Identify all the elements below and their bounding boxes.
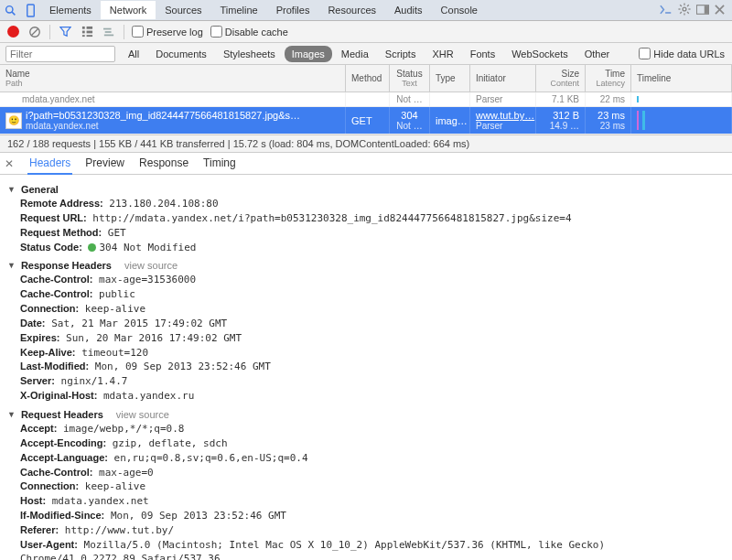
response-headers-section-header[interactable]: ▼Response Headersview source <box>7 260 725 271</box>
header-row: Last-Modified: Mon, 09 Sep 2013 23:52:46… <box>20 360 725 374</box>
request-detail-tabs: ✕ HeadersPreviewResponseTiming <box>0 153 732 175</box>
main-tab-audits[interactable]: Audits <box>385 1 432 19</box>
col-size[interactable]: SizeContent <box>536 65 586 92</box>
filter-xhr[interactable]: XHR <box>425 46 460 62</box>
header-row: Cache-Control: max-age=0 <box>20 466 725 480</box>
header-row: Server: nginx/1.4.7 <box>20 374 725 389</box>
devtools-main-tabs: ElementsNetworkSourcesTimelineProfilesRe… <box>0 0 732 21</box>
record-button[interactable] <box>5 25 20 39</box>
general-section-header[interactable]: ▼General <box>7 184 725 195</box>
console-drawer-icon[interactable] <box>660 5 673 16</box>
filter-bar: AllDocumentsStylesheetsImagesMediaScript… <box>0 43 732 65</box>
filter-all[interactable]: All <box>121 46 146 62</box>
preserve-log-checkbox[interactable]: Preserve log <box>132 26 203 38</box>
filter-websockets[interactable]: WebSockets <box>504 46 576 62</box>
disable-cache-checkbox[interactable]: Disable cache <box>210 26 288 38</box>
svg-line-12 <box>680 12 682 14</box>
table-row[interactable]: mdata.yandex.net Not … Parser 7.1 KB 22 … <box>0 92 732 107</box>
main-tab-profiles[interactable]: Profiles <box>267 1 319 19</box>
large-rows-icon[interactable] <box>80 25 94 39</box>
dock-icon[interactable] <box>696 5 709 16</box>
header-row: X-Original-Host: mdata.yandex.ru <box>20 389 725 404</box>
svg-line-9 <box>680 5 682 6</box>
header-row: Connection: keep-alive <box>20 302 725 317</box>
svg-line-11 <box>687 5 689 6</box>
request-headers-section-header[interactable]: ▼Request Headersview source <box>7 409 725 420</box>
detail-tab-headers[interactable]: Headers <box>27 153 72 175</box>
headers-panel: ▼General Remote Address: 213.180.204.108… <box>0 175 732 560</box>
col-type[interactable]: Type <box>430 65 470 92</box>
svg-rect-19 <box>81 27 84 29</box>
hide-data-urls-checkbox[interactable]: Hide data URLs <box>639 48 732 59</box>
detail-tab-timing[interactable]: Timing <box>201 153 238 175</box>
svg-rect-20 <box>86 27 92 29</box>
device-icon[interactable] <box>20 0 40 20</box>
main-tab-console[interactable]: Console <box>432 1 487 19</box>
svg-rect-24 <box>86 35 92 37</box>
header-row: Keep-Alive: timeout=120 <box>20 346 725 361</box>
col-status[interactable]: StatusText <box>390 65 430 92</box>
search-icon[interactable] <box>0 0 20 20</box>
status-bar: 162 / 188 requests | 155 KB / 441 KB tra… <box>0 135 732 153</box>
settings-icon[interactable] <box>678 3 691 17</box>
filter-input[interactable] <box>5 46 115 62</box>
svg-rect-26 <box>105 31 112 33</box>
filter-media[interactable]: Media <box>334 46 376 62</box>
svg-line-10 <box>687 12 689 14</box>
header-row: Expires: Sun, 20 Mar 2016 17:49:02 GMT <box>20 331 725 346</box>
header-row: Host: mdata.yandex.net <box>20 494 725 509</box>
main-tab-elements[interactable]: Elements <box>40 1 101 19</box>
detail-tab-response[interactable]: Response <box>137 153 190 175</box>
header-row: Accept: image/webp,*/*;q=0.8 <box>20 422 725 436</box>
main-tab-resources[interactable]: Resources <box>318 1 385 19</box>
main-tab-timeline[interactable]: Timeline <box>211 1 267 19</box>
filter-stylesheets[interactable]: Stylesheets <box>216 46 283 62</box>
svg-line-18 <box>32 28 38 35</box>
network-grid-body: mdata.yandex.net Not … Parser 7.1 KB 22 … <box>0 92 732 135</box>
header-row: Accept-Language: en,ru;q=0.8,sv;q=0.6,en… <box>20 451 725 466</box>
svg-rect-2 <box>27 4 34 16</box>
svg-rect-27 <box>104 34 113 36</box>
svg-rect-14 <box>705 5 708 14</box>
col-method[interactable]: Method <box>346 65 390 92</box>
network-toolbar: Preserve log Disable cache <box>0 21 732 43</box>
filter-fonts[interactable]: Fonts <box>463 46 503 62</box>
close-icon[interactable] <box>715 5 725 16</box>
main-tab-sources[interactable]: Sources <box>156 1 210 19</box>
main-tab-network[interactable]: Network <box>101 1 156 19</box>
filter-other[interactable]: Other <box>577 46 618 62</box>
header-row: If-Modified-Since: Mon, 09 Sep 2013 23:5… <box>20 509 725 523</box>
header-row: Date: Sat, 21 Mar 2015 17:49:02 GMT <box>20 317 725 331</box>
close-details-icon[interactable]: ✕ <box>2 157 16 170</box>
clear-icon[interactable] <box>27 25 42 39</box>
svg-point-4 <box>683 7 686 11</box>
svg-line-1 <box>12 12 15 15</box>
col-timeline[interactable]: Timeline <box>631 65 732 92</box>
status-dot-icon <box>88 243 96 252</box>
svg-rect-25 <box>103 27 112 29</box>
view-source-link[interactable]: view source <box>124 260 178 271</box>
filter-icon[interactable] <box>58 25 72 39</box>
filter-images[interactable]: Images <box>285 46 332 62</box>
header-row: Connection: keep-alive <box>20 479 725 494</box>
svg-rect-21 <box>81 31 84 34</box>
header-row: User-Agent: Mozilla/5.0 (Macintosh; Inte… <box>20 538 725 560</box>
initiator-link[interactable]: www.tut.by… <box>476 110 530 121</box>
view-source-link[interactable]: view source <box>116 409 169 420</box>
table-row[interactable]: 🙂 i?path=b0531230328_img_id8244477566481… <box>0 107 732 135</box>
filter-scripts[interactable]: Scripts <box>378 46 424 62</box>
col-initiator[interactable]: Initiator <box>470 65 536 92</box>
detail-tab-preview[interactable]: Preview <box>83 153 126 175</box>
header-row: Cache-Control: max-age=31536000 <box>20 273 725 287</box>
timeline-overview-icon[interactable] <box>102 25 116 39</box>
col-time[interactable]: TimeLatency <box>586 65 631 92</box>
svg-point-0 <box>5 5 12 12</box>
header-row: Referer: http://www.tut.by/ <box>20 523 725 538</box>
header-row: Cache-Control: public <box>20 287 725 302</box>
thumbnail-icon: 🙂 <box>5 113 22 129</box>
svg-rect-23 <box>81 35 84 37</box>
svg-rect-22 <box>86 31 92 34</box>
header-row: Accept-Encoding: gzip, deflate, sdch <box>20 436 725 451</box>
filter-documents[interactable]: Documents <box>148 46 214 62</box>
col-name[interactable]: NamePath <box>0 65 346 92</box>
